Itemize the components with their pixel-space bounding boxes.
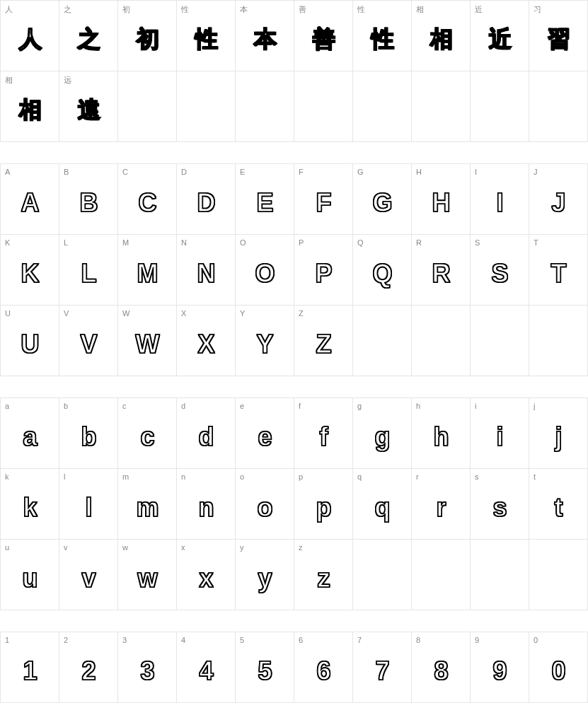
glyph-cell: KK [1, 235, 59, 306]
cell-label: T [534, 238, 538, 247]
glyph-display: 本 [254, 24, 276, 55]
glyph-cell: XX [177, 306, 236, 376]
glyph-cell: FF [294, 164, 353, 235]
cell-label: 习 [534, 4, 541, 15]
glyph-display: 8 [434, 656, 447, 686]
glyph-display: I [496, 188, 502, 218]
cell-label: d [181, 402, 185, 410]
glyph-cell: uu [1, 540, 59, 610]
glyph-display: 性 [195, 24, 217, 55]
glyph-cell: kk [1, 469, 59, 540]
glyph-display: m [136, 493, 158, 523]
glyph-display: k [23, 493, 36, 523]
empty-cell [529, 540, 588, 610]
glyph-display: 7 [375, 656, 388, 686]
glyph-display: t [555, 493, 563, 523]
glyph-cell: dd [177, 398, 236, 469]
glyph-display: Y [256, 330, 272, 359]
empty-cell [353, 71, 412, 142]
cell-label: 0 [534, 636, 538, 644]
glyph-display: q [375, 493, 390, 523]
glyph-display: u [23, 564, 38, 593]
glyph-display: B [80, 188, 98, 218]
glyph-cell: vv [59, 540, 118, 610]
cell-label: x [181, 543, 185, 552]
empty-cell [412, 540, 471, 610]
glyph-cell: DD [177, 164, 236, 235]
cell-label: b [64, 402, 68, 410]
cell-label: f [299, 402, 301, 410]
glyph-cell: hh [412, 398, 471, 469]
glyph-cell: 相相 [412, 1, 471, 71]
glyph-cell: LL [59, 235, 118, 306]
section-gap [0, 610, 588, 632]
cell-label: 相 [5, 75, 13, 86]
glyph-display: x [199, 564, 212, 593]
empty-cell [236, 71, 294, 142]
empty-cell [353, 306, 412, 376]
cell-label: 2 [64, 636, 68, 644]
glyph-display: W [136, 330, 159, 359]
font-character-map: 人人之之初初性性本本善善性性相相近近习習相相远遠AABBCCDDEEFFGGHH… [0, 0, 588, 703]
cell-label: p [299, 472, 303, 481]
glyph-cell: 88 [412, 632, 471, 703]
cell-label: 之 [64, 4, 71, 15]
glyph-cell: 善善 [294, 1, 353, 71]
cell-label: 性 [181, 4, 189, 15]
glyph-display: 善 [313, 24, 335, 55]
cell-label: 远 [64, 75, 71, 86]
section-uppercase: AABBCCDDEEFFGGHHIIJJKKLLMMNNOOPPQQRRSSTT… [0, 163, 588, 376]
glyph-cell: 性性 [177, 1, 236, 71]
cell-label: Y [240, 309, 245, 318]
glyph-display: z [318, 564, 330, 593]
section-lowercase: aabbccddeeffgghhiijjkkllmmnnooppqqrrsstt… [0, 397, 588, 610]
cell-label: W [122, 309, 129, 318]
glyph-display: a [23, 422, 36, 452]
cell-label: e [240, 402, 244, 410]
glyph-cell: tt [529, 469, 588, 540]
cell-label: 6 [299, 636, 303, 644]
glyph-display: o [258, 493, 272, 523]
glyph-display: 人 [19, 24, 41, 55]
cell-label: V [64, 309, 69, 318]
glyph-cell: cc [118, 398, 177, 469]
cell-label: q [357, 472, 362, 481]
empty-cell [177, 71, 236, 142]
glyph-cell: ee [236, 398, 294, 469]
glyph-cell: 66 [294, 632, 353, 703]
cell-label: Q [357, 238, 364, 247]
cell-label: a [5, 402, 9, 410]
glyph-cell: zz [294, 540, 353, 610]
cell-label: j [534, 402, 535, 410]
cell-label: t [534, 472, 536, 481]
glyph-display: C [139, 188, 156, 218]
glyph-cell: pp [294, 469, 353, 540]
cell-label: 善 [299, 4, 306, 15]
glyph-display: 性 [371, 24, 393, 55]
glyph-cell: UU [1, 306, 59, 376]
cell-label: k [5, 472, 9, 481]
cell-label: 本 [240, 4, 248, 15]
glyph-display: E [256, 188, 272, 218]
section-chinese: 人人之之初初性性本本善善性性相相近近习習相相远遠 [0, 0, 588, 142]
cell-label: 人 [5, 4, 13, 15]
glyph-cell: rr [412, 469, 471, 540]
empty-cell [471, 540, 529, 610]
glyph-display: T [551, 259, 566, 289]
glyph-cell: OO [236, 235, 294, 306]
cell-label: v [64, 543, 68, 552]
glyph-display: l [85, 493, 91, 523]
cell-label: C [122, 168, 128, 176]
glyph-cell: ll [59, 469, 118, 540]
cell-label: u [5, 543, 9, 552]
glyph-cell: TT [529, 235, 588, 306]
glyph-cell: ss [471, 469, 529, 540]
cell-label: R [416, 238, 422, 247]
cell-label: h [416, 402, 420, 410]
glyph-display: w [137, 564, 156, 593]
glyph-display: 1 [23, 656, 36, 686]
glyph-display: j [555, 422, 561, 452]
glyph-cell: ZZ [294, 306, 353, 376]
glyph-display: L [81, 259, 96, 289]
glyph-display: R [432, 259, 450, 289]
